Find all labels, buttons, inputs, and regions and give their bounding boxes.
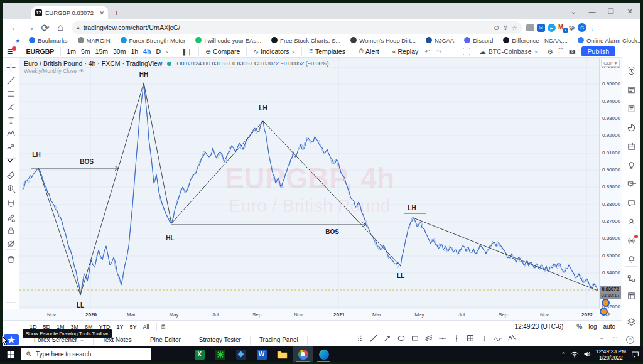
- alarm-clock-icon[interactable]: [627, 67, 636, 76]
- trend-line-icon[interactable]: [369, 334, 378, 343]
- layers-icon[interactable]: [627, 318, 636, 327]
- profile-avatar[interactable]: G: [578, 23, 586, 32]
- drawing-pencil-lock-icon[interactable]: [6, 213, 16, 222]
- zoom-out-icon[interactable]: ⊖: [494, 24, 499, 31]
- alert-button[interactable]: ⏱︎Alert: [355, 47, 382, 55]
- data-window-icon[interactable]: [627, 291, 636, 301]
- fib-grid-icon[interactable]: [466, 334, 475, 343]
- tab-close-icon[interactable]: ✕: [99, 10, 104, 16]
- timeframe-30m[interactable]: 30m: [111, 48, 128, 55]
- scale-auto[interactable]: auto: [603, 323, 615, 330]
- fullscreen-icon[interactable]: ⛶: [559, 47, 563, 55]
- cloud-layout-button[interactable]: ☁︎BTC-Coinbase⌄: [476, 48, 541, 55]
- padlock-icon[interactable]: 🔒︎: [77, 24, 80, 31]
- crosshair-icon[interactable]: [6, 63, 16, 72]
- wave-zigzag-icon[interactable]: [507, 334, 516, 343]
- trash-icon[interactable]: [6, 255, 16, 264]
- range-all[interactable]: All: [140, 324, 153, 330]
- price-axis[interactable]: 0.960000.950000.940000.930000.920000.910…: [599, 58, 622, 309]
- window-restore-button[interactable]: ❐: [602, 3, 620, 19]
- xabcd-pattern-icon[interactable]: [6, 129, 16, 138]
- taskbar-app-edge[interactable]: [313, 346, 334, 362]
- taskbar-app-sharex[interactable]: [210, 346, 230, 362]
- broker-badge-1[interactable]: [602, 299, 610, 307]
- collapse-panel-chevron-icon[interactable]: ⌃: [599, 336, 604, 343]
- new-tab-button[interactable]: +: [114, 8, 119, 18]
- browser-tab[interactable]: 17 EURGBP 0.83072 ▼ −0.28% BTC- ✕: [31, 6, 108, 19]
- tab-trading-panel[interactable]: Trading Panel: [251, 336, 308, 345]
- bookmark-item[interactable]: Bookmarks: [29, 37, 68, 44]
- chrome-menu-icon[interactable]: ⋮: [589, 24, 595, 31]
- range-3m[interactable]: 3M: [68, 324, 82, 330]
- zoom-in-icon[interactable]: [6, 184, 16, 193]
- pie-timer-icon[interactable]: [627, 123, 636, 132]
- timeframe-caret-icon[interactable]: ⌄: [163, 48, 171, 54]
- bookmark-item[interactable]: I will code your EAs...: [195, 37, 261, 44]
- object-tree-icon[interactable]: [627, 274, 636, 283]
- window-close-button[interactable]: ✕: [620, 3, 639, 19]
- trend-line-icon[interactable]: [6, 76, 16, 85]
- magnet-icon[interactable]: [6, 200, 16, 209]
- chat-rooms-icon[interactable]: [627, 179, 636, 189]
- range-5y[interactable]: 5Y: [127, 324, 140, 330]
- chart-settings-gear-icon[interactable]: ⚙︎: [547, 48, 553, 55]
- scale-log[interactable]: log: [588, 323, 597, 330]
- eye-hidden-icon[interactable]: 👁︎: [79, 68, 85, 74]
- goto-date-icon[interactable]: 🗓︎: [161, 324, 166, 330]
- timeframe-D[interactable]: D: [153, 48, 163, 55]
- chart-legend[interactable]: Euro / British Pound · 4h · FXCM · Tradi…: [24, 60, 329, 67]
- time-axis[interactable]: Nov2020MarMayJulSepNov2021MarMayJulSepNo…: [3, 309, 622, 320]
- panel-fullscreen-icon[interactable]: ⛶: [613, 336, 617, 343]
- timeframe-15m[interactable]: 15m: [93, 48, 111, 55]
- bookmark-item[interactable]: Forex Strength Meter: [121, 37, 186, 44]
- screenshot-extension-icon[interactable]: [526, 24, 534, 31]
- wave-curve-icon[interactable]: [494, 334, 502, 343]
- m2-extension-icon[interactable]: M2: [558, 24, 566, 32]
- forward-icon[interactable]: →: [23, 21, 38, 35]
- share-icon[interactable]: ⇪: [503, 24, 508, 31]
- symbol-search-button[interactable]: EURGBP: [23, 48, 57, 55]
- range-1y[interactable]: 1Y: [114, 324, 127, 330]
- price-axis-currency-toggle[interactable]: GBP ▾: [601, 60, 620, 67]
- range-5d[interactable]: 5D: [40, 324, 54, 330]
- support-icon[interactable]: [627, 217, 636, 227]
- start-button[interactable]: [0, 346, 21, 362]
- timeframe-4h[interactable]: 4h: [141, 48, 153, 55]
- bookmark-item[interactable]: Difference - NCAA,...: [503, 37, 568, 44]
- address-bar[interactable]: 🔒︎ tradingview.com/chart/UrnAXjcG/ ⊖ ⇪ ☆: [72, 21, 522, 34]
- extensions-puzzle-icon[interactable]: 🧩︎: [569, 24, 575, 31]
- favorites-check-icon[interactable]: [6, 155, 16, 164]
- broker-badge-2[interactable]: [600, 308, 608, 316]
- layout-select-icon[interactable]: [463, 48, 470, 55]
- tray-clock[interactable]: 12:49:23 PM 1/20/2022: [596, 348, 626, 361]
- window-minimize-button[interactable]: —: [583, 3, 602, 19]
- video-extension-icon[interactable]: ▶: [548, 24, 556, 32]
- range-1m[interactable]: 1M: [53, 324, 68, 330]
- indicator-legend[interactable]: Weekly/Monthly Close 👁︎: [24, 68, 84, 74]
- tab-pine-editor[interactable]: Pine Editor: [141, 336, 190, 345]
- ruler-icon[interactable]: [6, 171, 16, 180]
- home-icon[interactable]: ⌂: [53, 21, 68, 35]
- hide-all-icon[interactable]: [6, 239, 16, 249]
- volume-icon[interactable]: [583, 351, 591, 358]
- notifications-bell-icon[interactable]: [627, 255, 636, 264]
- back-icon[interactable]: ←: [8, 21, 23, 35]
- tray-chevron-up-icon[interactable]: ⌃: [561, 351, 566, 358]
- bookmark-item[interactable]: MARGIN: [78, 37, 111, 44]
- live-streams-icon[interactable]: [627, 236, 636, 245]
- bookmark-item[interactable]: Discord: [464, 37, 493, 44]
- brush-icon[interactable]: [6, 102, 16, 112]
- tab-search-icon[interactable]: ⌄: [564, 3, 583, 19]
- economic-calendar-icon[interactable]: [627, 142, 636, 151]
- taskbar-app-excel[interactable]: X: [189, 346, 210, 362]
- timeframe-5m[interactable]: 5m: [78, 48, 93, 55]
- tab-strategy-tester[interactable]: Strategy Tester: [190, 336, 251, 345]
- taskbar-app-photos-dark[interactable]: [230, 346, 251, 362]
- horizontal-line-icon[interactable]: [438, 334, 447, 343]
- publish-button[interactable]: Publish: [581, 46, 615, 56]
- ellipse-icon[interactable]: [397, 334, 406, 343]
- redo-icon[interactable]: ↷: [433, 48, 445, 55]
- templates-button[interactable]: ⠿Templates: [305, 48, 349, 55]
- text-notes-icon[interactable]: [627, 104, 636, 114]
- range-ytd[interactable]: YTD: [96, 324, 114, 330]
